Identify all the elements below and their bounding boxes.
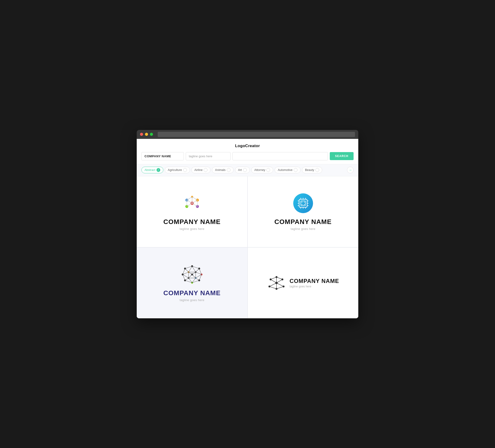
- search-bar: SEARCH: [137, 152, 358, 164]
- logo2-tagline: tagline goes here: [291, 227, 315, 231]
- filter-check-icon-animals: [227, 168, 231, 172]
- logo3-company-name: COMPANY NAME: [163, 289, 221, 297]
- svg-line-58: [196, 268, 199, 272]
- company-name-input[interactable]: [141, 152, 184, 160]
- svg-line-82: [271, 280, 276, 283]
- logo2-company-name: COMPANY NAME: [274, 218, 332, 226]
- search-button[interactable]: SEARCH: [330, 152, 354, 160]
- svg-line-89: [276, 277, 282, 280]
- filter-label-airline: Airline: [194, 168, 203, 172]
- logo2-icon: [292, 193, 314, 214]
- svg-line-65: [183, 274, 189, 278]
- filter-check-icon-automotive: [294, 168, 298, 172]
- filter-chip-airline[interactable]: Airline: [192, 167, 211, 173]
- filter-label-attorney: Attorney: [254, 168, 265, 172]
- logo3-icon: [180, 264, 204, 285]
- svg-point-31: [304, 202, 305, 203]
- svg-line-55: [185, 268, 189, 272]
- svg-line-74: [192, 274, 196, 278]
- filter-label-agriculture: Agriculture: [168, 168, 182, 172]
- logo-card-1[interactable]: COMPANY NAME tagline goes here: [137, 176, 247, 247]
- app-title: LogoCreator: [137, 139, 358, 152]
- filter-check-icon-airline: [204, 168, 207, 172]
- tagline-input[interactable]: [186, 152, 231, 160]
- filter-bar: Abstract✓AgricultureAirlineAnimalsArtAtt…: [137, 164, 358, 176]
- svg-line-83: [276, 280, 282, 283]
- logo4-tagline: tagline goes here: [290, 285, 339, 288]
- filter-chip-animals[interactable]: Animals: [212, 167, 233, 173]
- svg-line-7: [192, 200, 197, 203]
- svg-line-64: [185, 278, 189, 280]
- filter-check-icon-art: [243, 168, 247, 172]
- filter-check-icon-beauty: [315, 168, 319, 172]
- svg-line-84: [269, 283, 276, 286]
- filter-chip-art[interactable]: Art: [235, 167, 250, 173]
- svg-point-30: [302, 202, 302, 203]
- filter-chip-abstract[interactable]: Abstract✓: [141, 167, 163, 173]
- logo4-text-block: COMPANY NAME tagline goes here: [290, 278, 339, 288]
- svg-line-12: [192, 197, 197, 200]
- filter-label-animals: Animals: [215, 168, 225, 172]
- svg-line-73: [189, 274, 192, 278]
- filter-chip-agriculture[interactable]: Agriculture: [165, 167, 190, 173]
- logo4-icon: [267, 275, 286, 291]
- traffic-light-yellow[interactable]: [145, 133, 148, 136]
- svg-line-11: [187, 197, 192, 200]
- logo1-company-name: COMPANY NAME: [163, 218, 221, 226]
- logo1-tagline: tagline goes here: [180, 227, 204, 231]
- svg-line-53: [183, 274, 185, 280]
- logo-card-2[interactable]: COMPANY NAME tagline goes here: [248, 176, 358, 247]
- svg-line-71: [189, 272, 192, 274]
- logo4-layout: COMPANY NAME tagline goes here: [267, 275, 339, 291]
- svg-point-32: [302, 204, 302, 205]
- svg-point-33: [304, 204, 305, 205]
- filter-check-icon-agriculture: [183, 168, 187, 172]
- logo3-tagline: tagline goes here: [180, 298, 204, 302]
- svg-point-15: [293, 193, 313, 213]
- browser-window: LogoCreator SEARCH Abstract✓AgricultureA…: [137, 130, 358, 318]
- logo-card-3[interactable]: COMPANY NAME tagline goes here: [137, 248, 247, 318]
- svg-line-72: [192, 272, 196, 274]
- filter-label-beauty: Beauty: [305, 168, 314, 172]
- svg-line-90: [269, 286, 276, 289]
- svg-line-60: [196, 274, 202, 278]
- logo4-company-name: COMPANY NAME: [290, 278, 339, 284]
- browser-titlebar: [137, 130, 358, 139]
- svg-line-8: [187, 203, 192, 207]
- filter-label-abstract: Abstract: [144, 168, 155, 172]
- logo-grid: COMPANY NAME tagline goes here: [137, 176, 358, 318]
- browser-content: LogoCreator SEARCH Abstract✓AgricultureA…: [137, 139, 358, 318]
- additional-input[interactable]: [233, 152, 328, 160]
- filter-chip-automotive[interactable]: Automotive: [275, 167, 301, 173]
- filter-chip-beauty[interactable]: Beauty: [302, 167, 322, 173]
- svg-line-61: [196, 278, 199, 280]
- traffic-light-green[interactable]: [150, 133, 153, 136]
- filter-next-arrow[interactable]: →: [347, 167, 354, 173]
- filter-chip-attorney[interactable]: Attorney: [251, 167, 274, 173]
- svg-line-91: [276, 286, 284, 289]
- svg-line-9: [192, 203, 197, 207]
- filter-label-automotive: Automotive: [278, 168, 292, 172]
- svg-line-85: [276, 283, 284, 286]
- filter-check-icon-attorney: [266, 168, 270, 172]
- address-bar[interactable]: [158, 132, 355, 137]
- traffic-light-red[interactable]: [140, 133, 143, 136]
- logo-card-4[interactable]: COMPANY NAME tagline goes here: [248, 248, 358, 318]
- svg-line-50: [199, 274, 202, 280]
- logo1-icon: [181, 193, 203, 214]
- filter-check-icon-abstract: ✓: [156, 168, 160, 172]
- svg-line-88: [271, 277, 276, 280]
- filter-label-art: Art: [238, 168, 242, 172]
- svg-line-6: [187, 200, 192, 203]
